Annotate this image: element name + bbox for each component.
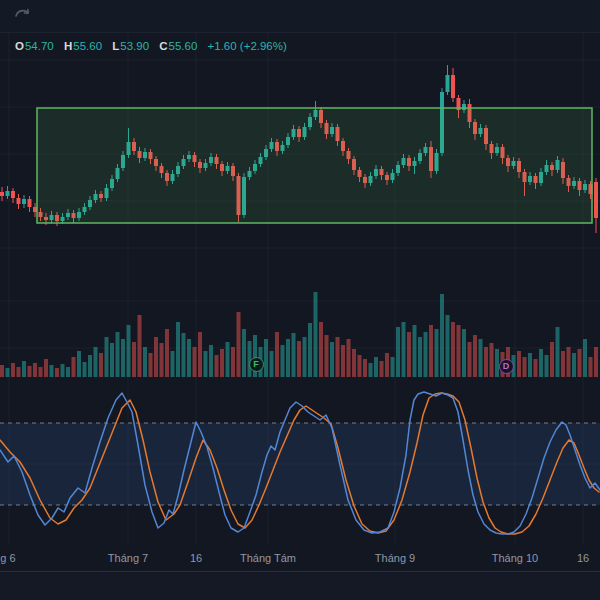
low-label: L [112,40,119,52]
dividend-badge[interactable]: D [499,359,514,374]
low-value: 53.90 [120,40,149,52]
open-label: O [15,40,24,52]
time-tick: 16 [577,552,589,564]
high-value: 55.60 [73,40,102,52]
open-value: 54.70 [25,40,54,52]
time-tick: g 6 [0,552,15,564]
chart-canvas[interactable] [0,0,600,600]
high-label: H [64,40,72,52]
trading-chart-app: O54.70 H55.60 L53.90 C55.60 +1.60 (+2.96… [0,0,600,600]
redo-arrow-icon[interactable] [14,5,32,19]
time-tick: Tháng 9 [375,552,415,564]
top-toolbar [0,0,600,33]
time-tick: Tháng 10 [492,552,538,564]
time-tick: Tháng 7 [108,552,148,564]
close-value: 55.60 [169,40,198,52]
time-tick: 16 [190,552,202,564]
change-value: +1.60 (+2.96%) [208,40,287,52]
financials-badge[interactable]: F [249,357,264,372]
time-tick: Tháng Tám [240,552,296,564]
ohlc-legend[interactable]: O54.70 H55.60 L53.90 C55.60 +1.60 (+2.96… [15,40,287,52]
bottom-spacer [0,572,600,600]
close-label: C [159,40,167,52]
time-axis[interactable]: g 6 Tháng 7 16 Tháng Tám Tháng 9 Tháng 1… [0,546,600,572]
